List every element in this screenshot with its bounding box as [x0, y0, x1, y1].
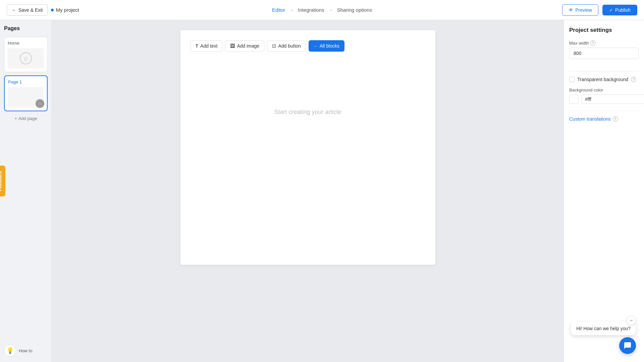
arrow-1: → [289, 7, 294, 13]
all-blocks-label: All blocks [320, 43, 339, 49]
all-blocks-icon: ··· [314, 43, 318, 49]
transparent-bg-help-icon[interactable]: ? [631, 77, 636, 82]
placeholder-text: Start creating your article [274, 109, 341, 116]
custom-translations-label: Custom translations [569, 116, 611, 122]
page-home-label: Home [8, 41, 44, 46]
main-layout: Pages Home ⌂ Page 1 ··· + Add page 💡 How… [0, 20, 644, 362]
transparent-bg-row: Transparent background ? [569, 77, 639, 82]
preview-button[interactable]: 👁 Preview [562, 4, 598, 16]
color-input[interactable] [581, 95, 644, 104]
color-swatch[interactable] [569, 95, 579, 104]
add-page-button[interactable]: + Add page [4, 116, 48, 121]
add-image-button[interactable]: 🖼 Add image [225, 40, 264, 52]
page-more-button[interactable]: ··· [36, 99, 44, 108]
how-to-label: How to [19, 348, 32, 353]
minimize-button[interactable]: − [627, 316, 636, 325]
divider-2 [569, 111, 639, 111]
button-icon: ⊡ [272, 43, 276, 49]
sidebar: Pages Home ⌂ Page 1 ··· + Add page 💡 How… [0, 20, 52, 362]
canvas-paper: T Add text 🖼 Add image ⊡ Add button ··· … [180, 30, 435, 265]
text-icon: T [196, 43, 199, 49]
sidebar-title: Pages [4, 25, 48, 32]
max-width-label-text: Max width [569, 41, 589, 46]
eye-icon: 👁 [569, 7, 573, 13]
all-blocks-button[interactable]: ··· All blocks [309, 40, 344, 52]
feedback-tab[interactable]: Feedback [0, 166, 5, 196]
transparent-bg-checkbox[interactable] [569, 77, 575, 82]
save-exit-button[interactable]: ← Save & Exit [7, 4, 48, 16]
divider-1 [569, 71, 639, 71]
add-page-label: Add page [18, 116, 37, 121]
nav-sharing-options[interactable]: Sharing options [337, 7, 372, 13]
page-1-label: Page 1 [8, 79, 44, 84]
chat-widget[interactable] [619, 337, 636, 354]
chat-icon [624, 342, 632, 350]
preview-label: Preview [575, 7, 592, 13]
chevron-left-icon: ← [12, 7, 16, 13]
publish-button[interactable]: ✓ Publish [602, 5, 637, 15]
topbar-left: ← Save & Exit My project [7, 4, 79, 16]
dot-icon [51, 9, 54, 11]
home-icon: ⌂ [20, 52, 32, 64]
transparent-bg-label: Transparent background [577, 77, 628, 82]
page-home-thumb: ⌂ [8, 48, 44, 68]
add-button-label: Add button [278, 43, 301, 49]
block-toolbar: T Add text 🖼 Add image ⊡ Add button ··· … [191, 40, 425, 52]
lightbulb-icon: 💡 [4, 345, 16, 357]
save-exit-label: Save & Exit [18, 7, 43, 13]
plus-icon: + [14, 116, 17, 121]
topbar-center-nav: Editor → Integrations → Sharing options [272, 7, 372, 13]
add-button-button[interactable]: ⊡ Add button [267, 40, 306, 52]
project-name-text: My project [56, 7, 79, 13]
canvas-area: T Add text 🖼 Add image ⊡ Add button ··· … [52, 20, 564, 362]
chat-bubble: Hi! How can we help you? [571, 322, 636, 335]
right-panel: Project settings Max width ? Transparent… [564, 20, 644, 362]
how-to-bar[interactable]: 💡 How to [4, 345, 32, 357]
custom-translations-link[interactable]: Custom translations ? [569, 116, 639, 122]
nav-editor[interactable]: Editor [272, 7, 285, 13]
canvas-placeholder: Start creating your article [191, 62, 425, 162]
add-text-button[interactable]: T Add text [191, 40, 223, 52]
arrow-2: → [328, 7, 333, 13]
nav-integrations[interactable]: Integrations [298, 7, 324, 13]
max-width-help-icon[interactable]: ? [590, 40, 596, 46]
background-color-label-text: Background color [569, 87, 603, 93]
project-name: My project [51, 7, 79, 13]
custom-translations-help-icon[interactable]: ? [613, 116, 618, 122]
topbar-right: 👁 Preview ✓ Publish [562, 4, 637, 16]
max-width-input[interactable] [569, 48, 639, 59]
background-color-label: Background color [569, 87, 639, 93]
feedback-label: Feedback [0, 171, 3, 191]
page-card-1[interactable]: Page 1 ··· [4, 75, 48, 111]
topbar: ← Save & Exit My project Editor → Integr… [0, 0, 644, 20]
add-image-label: Add image [237, 43, 259, 49]
page-card-home[interactable]: Home ⌂ [4, 37, 48, 72]
color-row [569, 95, 639, 104]
image-icon: 🖼 [230, 43, 235, 49]
add-text-label: Add text [200, 43, 217, 49]
panel-title: Project settings [569, 27, 639, 34]
publish-label: Publish [615, 7, 631, 13]
check-icon: ✓ [609, 7, 613, 13]
chat-message: Hi! How can we help you? [576, 326, 631, 331]
max-width-label: Max width ? [569, 40, 639, 46]
